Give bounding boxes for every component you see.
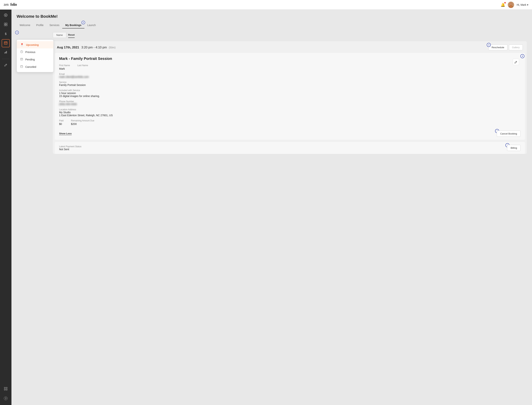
tab-welcome[interactable]: Welcome bbox=[17, 22, 33, 28]
service-value: Family Portrait Session bbox=[59, 83, 520, 87]
included-field: Included with Service 1 hour session 15 … bbox=[59, 89, 520, 98]
booking-datetime: Aug 17th, 2021 3:20 pm - 4:10 pm (50m) bbox=[57, 46, 115, 49]
bookings-layout: 3 📍 Upcoming Previous bbox=[17, 32, 527, 157]
canceled-icon bbox=[20, 65, 23, 69]
edit-button[interactable] bbox=[513, 59, 519, 65]
reset-filter-button[interactable]: Reset bbox=[68, 32, 75, 38]
sidebar-item-edit[interactable] bbox=[2, 61, 10, 69]
notification-badge bbox=[504, 2, 506, 4]
svg-rect-28 bbox=[6, 389, 7, 390]
dropdown-item-pending[interactable]: Pending bbox=[17, 56, 53, 63]
remaining-field: Remaining Amount Due $200 bbox=[71, 119, 94, 125]
card-action-row: Show Less 4 Cancel Booking bbox=[59, 129, 520, 137]
bookings-sidebar: 3 📍 Upcoming Previous bbox=[17, 32, 50, 157]
location-field: Location Address My Studio 1 East Edento… bbox=[59, 108, 520, 117]
sidebar-item-sales[interactable]: $ bbox=[2, 30, 10, 38]
tab-profile[interactable]: Profile bbox=[33, 22, 47, 28]
booking-header: Aug 17th, 2021 3:20 pm - 4:10 pm (50m) 4… bbox=[53, 41, 527, 53]
user-greeting[interactable]: Hi, Mark ▾ bbox=[517, 3, 528, 6]
svg-rect-21 bbox=[4, 53, 5, 53]
sidebar-item-help[interactable]: ? bbox=[2, 394, 10, 402]
sidebar-item-dashboard[interactable] bbox=[2, 12, 10, 20]
sidebar-item-apps[interactable] bbox=[2, 385, 10, 393]
svg-rect-11 bbox=[6, 23, 7, 24]
show-less-button[interactable]: Show Less bbox=[59, 132, 72, 135]
payment-status-card: Latest Payment Status Not Sent 4 Billing bbox=[55, 142, 525, 154]
payment-status-section: Latest Payment Status Not Sent bbox=[59, 145, 81, 151]
first-name-field: First Name Mark bbox=[59, 64, 70, 70]
help-icon: ? bbox=[4, 397, 7, 400]
bookings-icon bbox=[4, 41, 7, 46]
included-line1: 1 hour session bbox=[59, 92, 520, 94]
phone-value: (555) 555-5555 bbox=[59, 103, 520, 106]
tab-launch[interactable]: Launch bbox=[84, 22, 99, 28]
chevron-down-icon: ▾ bbox=[527, 3, 528, 6]
tab-my-bookings[interactable]: My Bookings 2 bbox=[62, 22, 84, 28]
gallery-button[interactable]: Gallery bbox=[509, 45, 523, 50]
svg-rect-27 bbox=[4, 389, 5, 390]
booking-detail-card: Mark - Family Portrait Session 4 bbox=[55, 53, 525, 140]
billing-btn-container: 4 Billing bbox=[507, 145, 520, 151]
tab-services[interactable]: Services bbox=[47, 22, 62, 28]
reschedule-badge: 4 bbox=[487, 43, 491, 47]
sidebar-item-analytics[interactable] bbox=[2, 48, 10, 57]
included-line2: 15 digital images for online sharing. bbox=[59, 94, 520, 98]
cancel-booking-button[interactable]: Cancel Booking bbox=[497, 131, 520, 137]
last-name-field: Last Name bbox=[77, 64, 88, 70]
payment-fields: Paid $0 Remaining Amount Due $200 bbox=[59, 119, 520, 125]
sidebar: $ bbox=[0, 10, 12, 405]
pending-icon bbox=[20, 58, 23, 61]
booking-card: Aug 17th, 2021 3:20 pm - 4:10 pm (50m) 4… bbox=[53, 41, 527, 154]
booking-name: Mark - Family Portrait Session bbox=[59, 57, 520, 61]
svg-rect-30 bbox=[20, 58, 23, 60]
top-nav: zen folio 🔔 Hi, Mark ▾ bbox=[0, 0, 532, 10]
dropdown-item-canceled[interactable]: Canceled bbox=[17, 63, 53, 71]
svg-rect-19 bbox=[6, 43, 6, 43]
email-field: Email mark.client@zenfolio.com bbox=[59, 73, 520, 78]
edit-badge: 4 bbox=[520, 54, 525, 58]
reschedule-button[interactable]: Reschedule bbox=[488, 45, 507, 50]
location-name: My Studio bbox=[59, 111, 520, 114]
svg-rect-13 bbox=[6, 25, 7, 26]
svg-rect-25 bbox=[4, 387, 5, 388]
svg-point-5 bbox=[510, 3, 512, 5]
svg-rect-35 bbox=[20, 66, 23, 68]
sidebar-item-gallery[interactable] bbox=[2, 21, 10, 29]
gallery-icon bbox=[4, 23, 7, 27]
apps-icon bbox=[4, 387, 7, 392]
svg-rect-10 bbox=[4, 23, 6, 24]
dropdown-item-previous[interactable]: Previous bbox=[17, 48, 53, 56]
dollar-icon: $ bbox=[5, 32, 7, 36]
svg-text:folio: folio bbox=[10, 2, 17, 7]
name-fields: First Name Mark Last Name bbox=[59, 64, 520, 70]
chart-icon bbox=[4, 50, 7, 55]
filter-row: Name Reset bbox=[53, 32, 527, 38]
paid-field: Paid $0 bbox=[59, 119, 64, 125]
bookings-dropdown: 📍 Upcoming Previous bbox=[17, 40, 54, 72]
location-address: 1 East Edenton Street, Raleigh, NC 27601… bbox=[59, 114, 520, 117]
svg-point-9 bbox=[5, 15, 6, 16]
name-filter-button[interactable]: Name bbox=[53, 32, 66, 38]
svg-line-24 bbox=[6, 64, 7, 65]
service-field: Service Family Portrait Session bbox=[59, 81, 520, 87]
dropdown-item-upcoming[interactable]: 📍 Upcoming bbox=[17, 41, 53, 48]
sidebar-bottom: ? bbox=[2, 385, 10, 405]
notifications-bell[interactable]: 🔔 bbox=[501, 3, 505, 7]
upcoming-icon: 📍 bbox=[20, 43, 24, 47]
billing-button[interactable]: Billing bbox=[507, 145, 520, 151]
svg-text:zen: zen bbox=[4, 2, 9, 7]
booking-header-actions: 4 Reschedule Gallery bbox=[488, 45, 523, 50]
svg-rect-23 bbox=[6, 51, 7, 53]
dashboard-icon bbox=[4, 13, 7, 18]
avatar[interactable] bbox=[508, 2, 514, 8]
sidebar-item-bookings[interactable] bbox=[2, 39, 10, 47]
previous-icon bbox=[20, 50, 23, 54]
svg-rect-20 bbox=[6, 43, 7, 43]
top-nav-right: 🔔 Hi, Mark ▾ bbox=[501, 2, 528, 8]
edit-icon bbox=[4, 63, 7, 68]
main-layout: $ bbox=[0, 10, 532, 405]
sidebar-badge-3: 3 bbox=[15, 31, 19, 34]
svg-rect-18 bbox=[5, 43, 5, 43]
email-value: mark.client@zenfolio.com bbox=[59, 75, 520, 78]
phone-field: Phone Number (555) 555-5555 bbox=[59, 100, 520, 106]
